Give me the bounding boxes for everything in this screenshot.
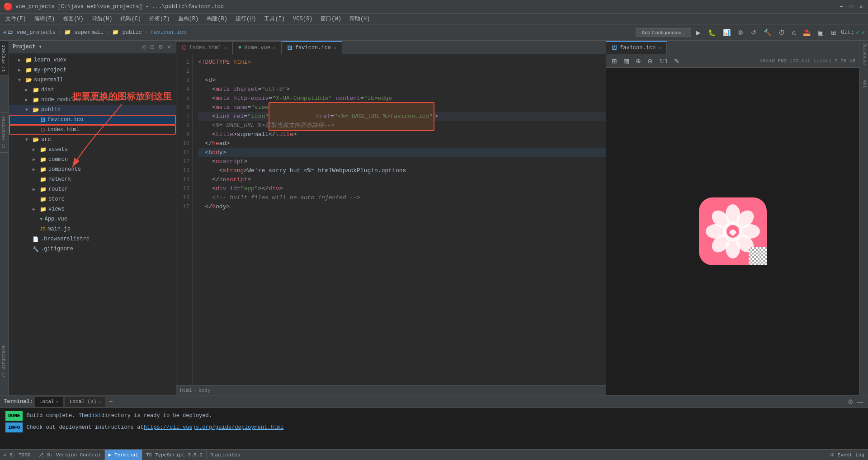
collapse-all-button[interactable]: ⊟ xyxy=(149,43,156,51)
terminal-add-tab-button[interactable]: + xyxy=(109,398,113,405)
terminal-settings-button[interactable]: ⚙ xyxy=(847,397,854,406)
tab-index-html[interactable]: ⬡ index.html ✕ xyxy=(176,41,233,54)
tree-label: index.html xyxy=(47,127,80,133)
tree-item-main-js[interactable]: ▶ JS main.js xyxy=(9,224,176,234)
layout-button[interactable]: ▣ xyxy=(815,27,826,38)
tab-close-favicon-viewer[interactable]: ✕ xyxy=(658,45,661,51)
favicon-grid-btn[interactable]: ▦ xyxy=(622,56,631,66)
rollback-button[interactable]: ⎌ xyxy=(789,27,798,38)
status-tab-typescript[interactable]: TS TypeScript 3.5.2 xyxy=(142,450,207,460)
tree-item-learn-vuex[interactable]: ▶ 📁 learn_vuex xyxy=(9,55,176,65)
terminal-link[interactable]: https://cli.vuejs.org/guide/deployment.h… xyxy=(144,423,284,432)
tree-item-network[interactable]: ▶ 📁 network xyxy=(9,174,176,184)
status-tab-terminal[interactable]: ▶ Terminal xyxy=(105,450,142,460)
terminal-minimize-button[interactable]: — xyxy=(856,397,864,406)
tree-item-browserslistrc[interactable]: ▶ 📄 .browserslistrc xyxy=(9,234,176,244)
profile-button[interactable]: ⚙ xyxy=(735,27,746,38)
tree-item-dist[interactable]: ▶ 📁 dist xyxy=(9,85,176,95)
breadcrumb-public[interactable]: 📁 public xyxy=(112,29,142,36)
menu-file[interactable]: 文件(F) xyxy=(2,14,30,23)
tree-item-app-vue[interactable]: ▶ ▼ App.vue xyxy=(9,214,176,224)
minimize-button[interactable]: ─ xyxy=(838,4,844,10)
menu-vcs[interactable]: VCS(S) xyxy=(289,15,316,23)
panel-hide-button[interactable]: ✕ xyxy=(166,43,172,51)
tab-home-vue[interactable]: ▼ Home.vue ✕ xyxy=(233,41,282,54)
nav-back-icon[interactable]: ◀ xyxy=(3,29,6,36)
favicon-zoom-in-btn[interactable]: ⊕ xyxy=(634,56,643,66)
menu-run[interactable]: 运行(U) xyxy=(232,14,260,23)
menu-nav[interactable]: 导航(N) xyxy=(88,14,116,23)
maximize-button[interactable]: □ xyxy=(848,4,854,10)
favicon-zoom-1-1-btn[interactable]: 1:1 xyxy=(657,56,670,66)
menu-refactor[interactable]: 重构(R) xyxy=(175,14,203,23)
menu-view[interactable]: 视图(V) xyxy=(59,14,87,23)
code-editor[interactable]: 1 2 3 4 5 6 7 8 9 10 11 12 13 14 15 16 1… xyxy=(176,54,606,385)
menu-build[interactable]: 构建(B) xyxy=(203,14,231,23)
tree-item-index-html[interactable]: ▶ ⬡ index.html xyxy=(9,125,176,135)
breadcrumb-supermall[interactable]: 📁 supermall xyxy=(64,29,104,36)
tab-database[interactable]: Database xyxy=(859,41,868,68)
build-button[interactable]: 🔨 xyxy=(761,27,774,38)
tab-favorites[interactable]: 2: Favorites xyxy=(0,112,9,153)
terminal-tab-local2-close[interactable]: ✕ xyxy=(98,399,101,404)
panel-settings-button[interactable]: ⚙ xyxy=(157,43,164,51)
menu-tools[interactable]: 工具(I) xyxy=(260,14,288,23)
folder-icon: 📁 xyxy=(25,67,32,74)
tree-item-router[interactable]: ▶ 📁 router xyxy=(9,184,176,194)
tree-item-components[interactable]: ▶ 📁 components xyxy=(9,164,176,174)
menu-bar: 文件(F) 编辑(E) 视图(V) 导航(N) 代码(C) 分析(Z) 重构(R… xyxy=(0,14,868,24)
tab-favicon-viewer[interactable]: 🖼 favicon.ico ✕ xyxy=(606,41,667,54)
tab-html-icon: ⬡ xyxy=(182,44,186,51)
tree-item-gitignore[interactable]: ▶ 🔧 .gitignore xyxy=(9,244,176,254)
screen-button[interactable]: ⊞ xyxy=(828,27,839,38)
menu-window[interactable]: 窗口(W) xyxy=(317,14,345,23)
status-tab-vcs[interactable]: ⎇ 9: Version Control xyxy=(34,450,104,460)
terminal-text-1b: directory is ready to be deployed. xyxy=(101,411,212,420)
tree-item-my-project[interactable]: ▶ 📁 my-project xyxy=(9,65,176,75)
reload-button[interactable]: ↺ xyxy=(748,27,759,38)
tree-item-public[interactable]: ▼ 📂 public xyxy=(9,105,176,115)
favicon-edit-btn[interactable]: ✎ xyxy=(672,56,681,66)
tab-favicon-ico[interactable]: 🖼 favicon.ico ✕ xyxy=(282,41,342,54)
tree-item-common[interactable]: ▶ 📁 common xyxy=(9,155,176,164)
debug-button[interactable]: 🐛 xyxy=(705,27,718,38)
close-button[interactable]: ✕ xyxy=(858,4,864,10)
favicon-toolbar: ⊞ ▦ ⊕ ⊖ 1:1 ✎ 48×48 PNG (32-bit color) 2… xyxy=(606,54,859,68)
tab-project[interactable]: 1: Project xyxy=(0,41,9,76)
coverage-button[interactable]: 📊 xyxy=(720,27,733,38)
title-left: 🔴 vue_projects [C:\java web\vue_projects… xyxy=(4,2,224,11)
terminal-tab-local1-close[interactable]: ✕ xyxy=(56,399,59,404)
tab-ant[interactable]: Ant xyxy=(859,77,868,91)
terminal-tab-local1[interactable]: Local ✕ xyxy=(35,397,63,407)
add-configuration-button[interactable]: Add Configuration... xyxy=(636,28,691,37)
tree-item-favicon-ico[interactable]: ▶ 🖼 favicon.ico xyxy=(9,115,176,125)
tree-item-supermall[interactable]: ▼ 📂 supermall xyxy=(9,75,176,85)
menu-help[interactable]: 帮助(H) xyxy=(346,14,374,23)
status-tab-duplicates[interactable]: Duplicates xyxy=(207,450,244,460)
status-tab-todo[interactable]: ≡ 6: TODO xyxy=(0,450,34,460)
tab-close-index-html[interactable]: ✕ xyxy=(224,45,227,51)
code-content[interactable]: <!DOCTYPE html> <d> <meta charset="utf-8… xyxy=(193,54,606,385)
tab-close-home-vue[interactable]: ✕ xyxy=(273,45,276,51)
done-badge: DONE xyxy=(5,411,23,421)
menu-analyze[interactable]: 分析(Z) xyxy=(146,14,174,23)
history-button[interactable]: ⏱ xyxy=(776,27,788,38)
menu-code[interactable]: 代码(C) xyxy=(117,14,145,23)
tree-item-node-modules[interactable]: ▶ 📁 node_modules library root xyxy=(9,95,176,105)
status-tab-event-log[interactable]: ① Event Log xyxy=(826,450,868,460)
locate-file-button[interactable]: ◎ xyxy=(141,43,147,51)
tree-item-src[interactable]: ▼ 📂 src xyxy=(9,135,176,145)
terminal-tab-local2[interactable]: Local (2) ✕ xyxy=(65,397,105,407)
favicon-fit-btn[interactable]: ⊞ xyxy=(610,56,619,66)
commit-button[interactable]: 📤 xyxy=(800,27,813,38)
tab-structure[interactable]: 7: Structure xyxy=(0,342,8,381)
run-button[interactable]: ▶ xyxy=(693,27,703,38)
menu-edit[interactable]: 编辑(E) xyxy=(31,14,59,23)
favicon-zoom-out-btn[interactable]: ⊖ xyxy=(646,56,655,66)
file-ico-icon: 🖼 xyxy=(41,117,46,123)
tree-item-assets[interactable]: ▶ 📁 assets xyxy=(9,145,176,155)
tree-item-views[interactable]: ▶ 📁 views xyxy=(9,204,176,214)
tree-item-store[interactable]: ▶ 📁 store xyxy=(9,194,176,204)
tab-close-favicon-ico[interactable]: ✕ xyxy=(334,45,336,51)
breadcrumb-vue-projects[interactable]: 🗂 vue_projects xyxy=(8,29,56,36)
